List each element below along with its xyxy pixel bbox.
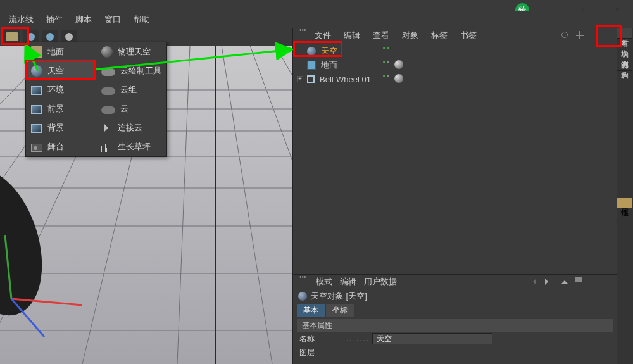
menu-stage[interactable]: 舞台	[26, 137, 96, 156]
tree-item-belt-label: Belt Wheel 01	[320, 75, 371, 84]
menu-help[interactable]: 帮助	[127, 14, 156, 25]
menu-sky[interactable]: 天空	[26, 61, 96, 80]
menu-script[interactable]: 脚本	[69, 14, 98, 25]
menu-cloud-paint-label: 云绘制工具	[120, 65, 161, 77]
tab-bookmark[interactable]: 书签	[454, 30, 483, 41]
menu-cloud-paint[interactable]: 云绘制工具	[96, 61, 166, 80]
null-object-icon	[307, 75, 315, 83]
attr-subtab-basic[interactable]: 基本	[297, 304, 325, 317]
expand-icon[interactable]: +	[297, 76, 303, 82]
menu-foreground[interactable]: 前景	[26, 99, 96, 118]
attr-tab-userdata[interactable]: 用户数据	[364, 276, 397, 287]
menu-physical-sky-label: 物理天空	[118, 46, 151, 58]
object-panel-tabs: 文件 编辑 查看 对象 标签 书签	[293, 28, 617, 43]
tree-item-belt[interactable]: + Belt Wheel 01	[293, 72, 617, 86]
menu-stage-label: 舞台	[47, 141, 64, 153]
menu-background-label: 背景	[47, 122, 64, 134]
menu-plugins[interactable]: 插件	[40, 14, 69, 25]
attr-row-layer: 图层	[293, 346, 617, 360]
menu-cloud-group[interactable]: 云组	[96, 80, 166, 99]
attr-section-basic: 基本属性	[297, 319, 613, 332]
attr-subtab-coord[interactable]: 坐标	[326, 304, 354, 317]
tab-object[interactable]: 对象	[396, 30, 425, 41]
tab-file[interactable]: 文件	[308, 30, 337, 41]
menu-sky-label: 天空	[47, 65, 64, 77]
dots-icon: .......	[346, 334, 370, 343]
attr-layer-label: 图层	[299, 348, 344, 358]
sphere-icon	[298, 292, 307, 301]
menu-grass-label: 生长草坪	[118, 141, 151, 153]
menu-pipeline[interactable]: 流水线	[3, 14, 40, 25]
attribute-panel: 模式 编辑 用户数据 天空对象 [天空] 基本 坐标 基本属性 名	[293, 274, 617, 364]
menu-physical-sky[interactable]: 物理天空	[96, 42, 166, 61]
tree-item-floor[interactable]: 地面	[293, 58, 617, 72]
tree-item-floor-label: 地面	[321, 60, 337, 71]
menu-environment-label: 环境	[47, 84, 64, 96]
menu-cloud-connect-label: 连接云	[118, 122, 142, 134]
forward-arrow-icon[interactable]	[545, 277, 555, 286]
menu-window[interactable]: 窗口	[98, 14, 127, 25]
object-tree: 天空 地面 + Belt Wheel 01	[293, 43, 617, 87]
up-arrow-icon[interactable]	[560, 277, 570, 286]
attr-header: 天空对象 [天空]	[293, 289, 617, 304]
tree-item-sky[interactable]: 天空	[293, 44, 617, 58]
object-popup-menu: 地面 物理天空 天空 云绘制工具 环境 云组 前景 云 背景 连接云 舞台 生长…	[25, 42, 167, 157]
attr-tab-mode[interactable]: 模式	[316, 276, 332, 287]
vtab-attributes[interactable]: 属性	[617, 198, 632, 208]
tree-item-sky-label: 天空	[321, 46, 337, 57]
object-panel: 文件 编辑 查看 对象 标签 书签 天空 地面	[292, 28, 617, 364]
panel-search-icon[interactable]	[561, 31, 570, 40]
menubar: 流水线 插件 脚本 窗口 帮助	[0, 11, 633, 28]
menu-cloud-group-label: 云组	[120, 84, 137, 96]
menu-environment[interactable]: 环境	[26, 80, 96, 99]
toolbar-floor-icon[interactable]	[4, 30, 20, 44]
menu-cloud-label: 云	[120, 103, 128, 115]
material-sphere-icon[interactable]	[394, 60, 403, 69]
material-sphere-icon[interactable]	[394, 74, 403, 83]
tab-tag[interactable]: 标签	[425, 30, 454, 41]
panel-add-icon[interactable]	[576, 31, 585, 40]
menu-foreground-label: 前景	[47, 103, 64, 115]
menu-background[interactable]: 背景	[26, 118, 96, 137]
vtab-structure[interactable]: 构造	[617, 60, 632, 71]
vtab-takes[interactable]: 场次	[617, 39, 632, 49]
menu-grass[interactable]: 生长草坪	[96, 137, 166, 156]
menu-ground[interactable]: 地面	[26, 42, 96, 61]
menu-ground-label: 地面	[47, 46, 64, 58]
tab-edit[interactable]: 编辑	[337, 30, 367, 41]
menu-cloud-connect[interactable]: 连接云	[96, 118, 166, 137]
vertical-tabs: 对象 场次 内容浏览器 构造 属性	[617, 28, 633, 364]
grip-icon[interactable]	[299, 31, 308, 40]
attr-tab-edit[interactable]: 编辑	[340, 276, 356, 287]
attr-name-input[interactable]	[372, 333, 492, 344]
menu-cloud[interactable]: 云	[96, 99, 166, 118]
grid-icon	[307, 61, 316, 70]
attr-header-label: 天空对象 [天空]	[311, 291, 367, 302]
back-arrow-icon[interactable]	[530, 277, 540, 286]
tab-view[interactable]: 查看	[367, 30, 396, 41]
home-icon[interactable]	[575, 277, 586, 286]
attr-row-name: 名称 .......	[293, 332, 617, 346]
vtab-objects[interactable]: 对象	[617, 28, 632, 39]
vtab-browser[interactable]: 内容浏览器	[617, 49, 632, 60]
attr-name-label: 名称	[299, 334, 344, 344]
grip-icon[interactable]	[299, 277, 308, 286]
